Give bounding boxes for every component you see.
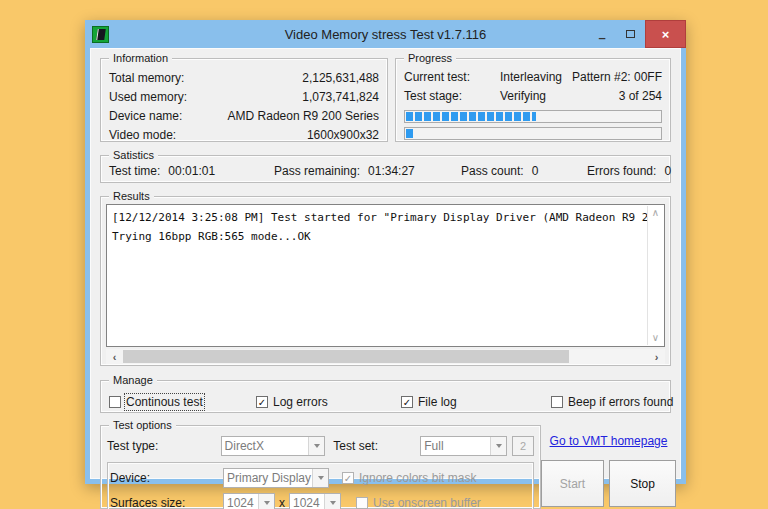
checkbox-label: Log errors bbox=[273, 395, 328, 409]
manage-legend: Manage bbox=[109, 373, 157, 387]
maximize-icon bbox=[626, 30, 635, 38]
scroll-up-icon[interactable]: ∧ bbox=[652, 206, 659, 220]
vmt-homepage-link[interactable]: Go to VMT homepage bbox=[550, 434, 668, 448]
manage-group: Manage Continous test ✓ Log errors ✓ Fil… bbox=[100, 380, 671, 413]
stat-label: Pass remaining: bbox=[274, 164, 360, 178]
stat-value: 00:01:01 bbox=[168, 164, 215, 178]
pattern-indicator: Pattern #2: 00FF bbox=[572, 68, 662, 87]
stat-pass-count: Pass count:0 bbox=[461, 164, 587, 182]
chevron-down-icon bbox=[330, 501, 336, 505]
info-label: Video mode: bbox=[109, 126, 176, 145]
info-label: Used memory: bbox=[109, 88, 187, 107]
info-row-total-memory: Total memory: 2,125,631,488 bbox=[109, 69, 379, 88]
minimize-button[interactable]: – bbox=[587, 20, 616, 48]
checkbox-use-onscreen-buffer[interactable]: Use onscreen buffer bbox=[356, 496, 481, 509]
device-options-panel: Device: Primary Display Driv ✓ Ignore co… bbox=[107, 462, 534, 509]
progress-group: Progress Current test: Interleaving Patt… bbox=[395, 58, 671, 142]
progress-bar-stage bbox=[404, 127, 662, 140]
info-label: Total memory: bbox=[109, 69, 184, 88]
info-row-device-name: Device name: AMD Radeon R9 200 Series bbox=[109, 107, 379, 126]
checkbox-box[interactable] bbox=[551, 396, 563, 408]
chevron-down-icon bbox=[496, 444, 502, 448]
progress-value: Interleaving bbox=[500, 68, 572, 87]
maximize-button[interactable] bbox=[616, 20, 645, 48]
progress-row-current-test: Current test: Interleaving Pattern #2: 0… bbox=[404, 68, 662, 87]
dropdown-arrow-button[interactable] bbox=[324, 494, 340, 509]
checkbox-box[interactable] bbox=[356, 497, 368, 509]
scroll-right-icon[interactable]: › bbox=[648, 349, 665, 364]
checkbox-label: Ignore colors bit mask bbox=[359, 471, 476, 485]
progress-value: Verifying bbox=[500, 87, 619, 106]
test-set-extra-button[interactable]: 2 bbox=[512, 436, 534, 456]
checkbox-file-log[interactable]: ✓ File log bbox=[401, 391, 551, 412]
test-options-legend: Test options bbox=[109, 418, 176, 432]
information-legend: Information bbox=[109, 51, 172, 65]
progress-bar-stage-fill bbox=[406, 129, 415, 138]
scroll-left-icon[interactable]: ‹ bbox=[106, 349, 123, 364]
device-label: Device: bbox=[110, 471, 223, 485]
dropdown-arrow-button[interactable] bbox=[258, 494, 274, 509]
progress-bar-test-fill bbox=[406, 112, 536, 121]
checkbox-box[interactable] bbox=[109, 396, 121, 408]
horizontal-scrollbar[interactable]: ‹ › bbox=[106, 349, 665, 364]
checkbox-box[interactable]: ✓ bbox=[401, 396, 413, 408]
dropdown-arrow-button[interactable] bbox=[312, 469, 328, 487]
log-line: Trying 16bpp RGB:565 mode...OK bbox=[112, 227, 644, 246]
info-label: Device name: bbox=[109, 107, 182, 126]
stat-pass-remaining: Pass remaining:01:34:27 bbox=[274, 164, 461, 182]
progress-label: Current test: bbox=[404, 68, 500, 87]
dropdown-arrow-button[interactable] bbox=[308, 437, 324, 455]
device-dropdown[interactable]: Primary Display Driv bbox=[223, 468, 329, 488]
statistics-legend: Satistics bbox=[109, 148, 158, 162]
checkbox-log-errors[interactable]: ✓ Log errors bbox=[256, 391, 401, 412]
vertical-scrollbar[interactable]: ∧ ∨ bbox=[647, 206, 663, 345]
stat-test-time: Test time:00:01:01 bbox=[109, 164, 274, 182]
checkbox-label: File log bbox=[418, 395, 457, 409]
progress-legend: Progress bbox=[404, 51, 456, 65]
info-value: 1,073,741,824 bbox=[302, 88, 379, 107]
checkbox-continous-test[interactable]: Continous test bbox=[109, 391, 256, 412]
checkbox-box[interactable]: ✓ bbox=[256, 396, 268, 408]
horizontal-scroll-thumb[interactable] bbox=[123, 350, 569, 363]
stat-label: Errors found: bbox=[587, 164, 656, 178]
progress-row-test-stage: Test stage: Verifying 3 of 254 bbox=[404, 87, 662, 106]
stat-value: 0 bbox=[664, 164, 671, 178]
app-window: Video Memory stress Test v1.7.116 – × In… bbox=[85, 20, 686, 484]
surface-width-dropdown[interactable]: 1024 bbox=[223, 493, 275, 509]
info-value: 1600x900x32 bbox=[307, 126, 379, 145]
horizontal-scroll-track[interactable] bbox=[123, 349, 648, 364]
test-set-dropdown[interactable]: Full bbox=[420, 436, 507, 456]
stat-value: 01:34:27 bbox=[368, 164, 415, 178]
test-set-label: Test set: bbox=[333, 439, 420, 453]
test-type-label: Test type: bbox=[107, 439, 221, 453]
scroll-down-icon[interactable]: ∨ bbox=[652, 331, 659, 345]
actions-area: Go to VMT homepage Start Stop bbox=[541, 425, 676, 509]
checkbox-box[interactable]: ✓ bbox=[342, 472, 354, 484]
start-button[interactable]: Start bbox=[541, 460, 604, 507]
close-button[interactable]: × bbox=[645, 20, 686, 48]
stat-value: 0 bbox=[532, 164, 539, 178]
chevron-down-icon bbox=[314, 444, 320, 448]
test-options-group: Test options Test type: DirectX Test set… bbox=[100, 425, 541, 509]
checkbox-ignore-colors-bit-mask[interactable]: ✓ Ignore colors bit mask bbox=[342, 471, 476, 485]
dropdown-arrow-button[interactable] bbox=[490, 437, 506, 455]
info-row-video-mode: Video mode: 1600x900x32 bbox=[109, 126, 379, 145]
checkbox-label: Beep if errors found bbox=[568, 395, 673, 409]
surface-height-dropdown[interactable]: 1024 bbox=[289, 493, 341, 509]
chevron-down-icon bbox=[264, 501, 270, 505]
title-bar[interactable]: Video Memory stress Test v1.7.116 – × bbox=[85, 20, 686, 48]
chevron-down-icon bbox=[318, 476, 324, 480]
stage-count-indicator: 3 of 254 bbox=[619, 87, 662, 106]
stat-label: Test time: bbox=[109, 164, 160, 178]
results-group: Results [12/12/2014 3:25:08 PM] Test sta… bbox=[100, 196, 671, 366]
results-log[interactable]: [12/12/2014 3:25:08 PM] Test started for… bbox=[106, 204, 665, 347]
checkbox-label: Use onscreen buffer bbox=[373, 496, 481, 509]
stop-button[interactable]: Stop bbox=[609, 460, 676, 507]
times-separator: x bbox=[279, 496, 285, 509]
test-type-dropdown[interactable]: DirectX bbox=[221, 436, 326, 456]
results-legend: Results bbox=[109, 189, 154, 203]
info-value: 2,125,631,488 bbox=[302, 69, 379, 88]
surfaces-size-label: Surfaces size: bbox=[110, 496, 223, 509]
progress-bar-test bbox=[404, 110, 662, 123]
checkbox-beep-if-errors[interactable]: Beep if errors found bbox=[551, 391, 673, 412]
